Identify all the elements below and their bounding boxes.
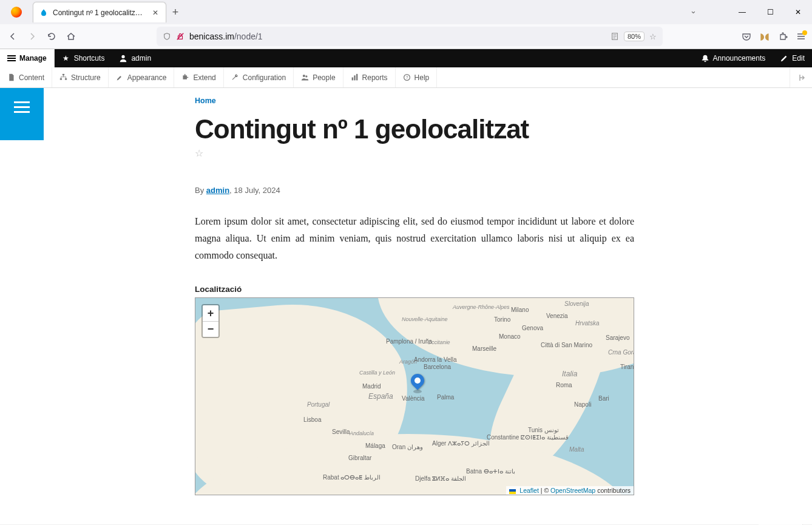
location-field-label: Localització — [195, 285, 634, 294]
reload-button[interactable] — [45, 30, 58, 43]
menu-icon — [14, 101, 30, 113]
osm-link[interactable]: OpenStreetMap — [550, 487, 595, 494]
firefox-logo[interactable] — [4, 7, 29, 18]
flag-star-icon[interactable]: ☆ — [195, 147, 634, 159]
map-label: Città di San Marino — [541, 342, 592, 348]
close-tab-icon[interactable]: ✕ — [151, 8, 160, 17]
map-label: Bari — [598, 395, 609, 402]
map-label: Italia — [562, 370, 577, 378]
edit-toggle[interactable]: Edit — [773, 49, 812, 67]
favicon-drupal-icon — [39, 8, 48, 17]
forward-button — [25, 30, 39, 43]
map-label: Napoli — [574, 401, 591, 408]
svg-point-9 — [122, 55, 125, 58]
map-label: Slovenija — [564, 300, 589, 307]
map-label: Occitanie — [427, 339, 450, 345]
zoom-level[interactable]: 80% — [624, 32, 645, 41]
node-date: 18 July, 2024 — [234, 186, 280, 195]
bookmark-star-icon[interactable]: ☆ — [649, 32, 657, 41]
map-label: València — [402, 395, 425, 402]
tabs-dropdown-icon[interactable]: ⌄ — [690, 6, 697, 15]
home-button[interactable] — [64, 30, 78, 43]
people-link[interactable]: People — [294, 67, 343, 87]
map-label: Sarajevo — [606, 334, 629, 341]
map-label: Andalucía — [350, 430, 374, 436]
user-label: admin — [131, 54, 151, 63]
wrench-icon — [231, 73, 239, 81]
admin-menu: Content Structure Appearance Extend Conf… — [0, 67, 812, 88]
svg-rect-16 — [354, 75, 355, 80]
map-label: Sevilla — [332, 428, 350, 435]
map-label: Nouvelle-Aquitaine — [402, 316, 448, 322]
map-label: Tunis تونس — [528, 427, 559, 433]
help-icon: ? — [403, 73, 411, 81]
pencil-icon — [780, 54, 788, 63]
map-label: Portugal — [307, 401, 330, 408]
map-label: Milano — [511, 307, 529, 313]
map-label: Tiranë — [620, 364, 634, 370]
author-link[interactable]: admin — [206, 186, 229, 195]
new-tab-button[interactable]: + — [166, 6, 184, 19]
zoom-out-button[interactable]: − — [203, 321, 218, 337]
map-label: Malta — [569, 446, 584, 453]
leaflet-map[interactable]: + − España Madrid València Barcelona Por… — [195, 297, 634, 495]
node-meta: By admin, 18 July, 2024 — [195, 186, 634, 195]
map-label: Madrid — [362, 383, 381, 390]
manage-toggle[interactable]: Manage — [0, 49, 55, 67]
appearance-link[interactable]: Appearance — [109, 67, 175, 87]
tracking-shield-icon[interactable] — [163, 32, 171, 41]
map-label: Málaga — [365, 442, 385, 449]
announcements-link[interactable]: Announcements — [694, 49, 773, 67]
minimize-button[interactable]: — — [728, 3, 756, 21]
structure-link[interactable]: Structure — [52, 67, 109, 87]
url-bar[interactable]: benicass.im/node/1 80% ☆ — [157, 27, 663, 46]
map-label: Batna ⴱⴰⵜⵏⴰ باتنة — [466, 468, 515, 475]
admin-toolbar: Manage ★ Shortcuts admin Announcements E… — [0, 49, 812, 67]
browser-tab[interactable]: Contingut nº 1 geolocalitzat | B ✕ — [33, 2, 166, 22]
leaflet-link[interactable]: Leaflet — [519, 487, 539, 494]
reports-link[interactable]: Reports — [343, 67, 396, 87]
user-link[interactable]: admin — [112, 49, 158, 67]
sidebar-toggle[interactable] — [0, 88, 44, 140]
map-label: Auvergne-Rhône-Alpes — [453, 304, 510, 310]
map-label: Lisboa — [303, 416, 321, 423]
app-menu-icon[interactable] — [796, 32, 806, 41]
configuration-link[interactable]: Configuration — [224, 67, 294, 87]
window-controls: — ☐ ✕ — [728, 0, 812, 24]
node-body: Lorem ipsum dolor sit amet, consectetur … — [195, 213, 634, 264]
people-icon — [301, 73, 309, 81]
pocket-icon[interactable] — [742, 32, 751, 41]
orientation-toggle[interactable] — [790, 67, 812, 87]
svg-rect-10 — [63, 74, 64, 75]
shortcuts-link[interactable]: ★ Shortcuts — [55, 49, 112, 67]
shortcuts-label: Shortcuts — [74, 54, 105, 63]
back-button[interactable] — [6, 30, 19, 43]
map-label: Marseille — [472, 345, 496, 352]
zoom-in-button[interactable]: + — [203, 305, 218, 321]
edit-label: Edit — [792, 54, 805, 63]
map-label: Venezia — [546, 313, 568, 319]
svg-rect-12 — [65, 78, 67, 80]
svg-rect-17 — [356, 74, 357, 81]
map-label: Hrvatska — [575, 320, 599, 327]
content-link[interactable]: Content — [0, 67, 52, 87]
map-label: Pamplona / Iruña — [386, 338, 432, 345]
account-icon[interactable]: ◗◖ — [760, 31, 770, 42]
help-link[interactable]: ?Help — [396, 67, 438, 87]
announcements-label: Announcements — [713, 54, 766, 63]
extend-link[interactable]: Extend — [174, 67, 223, 87]
map-label: Castilla y León — [359, 370, 395, 376]
map-label: España — [368, 392, 393, 401]
close-window-button[interactable]: ✕ — [784, 3, 812, 21]
map-marker[interactable] — [411, 374, 424, 387]
maximize-button[interactable]: ☐ — [756, 3, 784, 21]
insecure-lock-icon[interactable] — [176, 32, 184, 41]
breadcrumb-home[interactable]: Home — [195, 97, 216, 105]
reader-mode-icon[interactable] — [611, 32, 619, 41]
map-attribution: Leaflet | © OpenStreetMap contributors — [506, 486, 634, 495]
map-label: Gibraltar — [348, 455, 371, 461]
page: Home Contingut nº 1 geolocalitzat ☆ By a… — [0, 88, 812, 524]
toolbar-right: ◗◖ — [742, 31, 806, 42]
extensions-icon[interactable] — [778, 32, 788, 41]
browser-chrome: Contingut nº 1 geolocalitzat | B ✕ + ⌄ —… — [0, 0, 812, 49]
